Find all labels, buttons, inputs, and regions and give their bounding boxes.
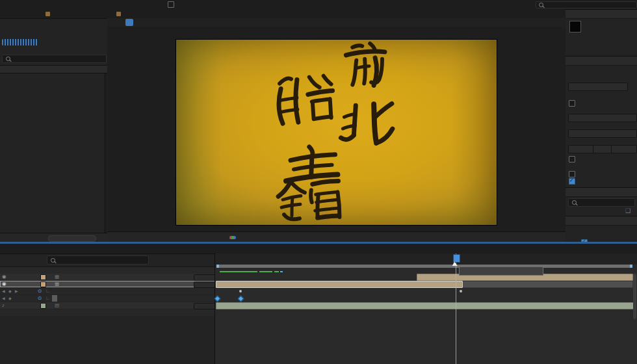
- layer-row-eagle[interactable]: ◉ ▦: [0, 274, 214, 281]
- audio-waveform-display: [216, 316, 632, 344]
- project-tabbar: [0, 9, 107, 19]
- effects-search-input[interactable]: [568, 198, 635, 207]
- timeline-track-area: [214, 254, 637, 364]
- keyframe-next-icon[interactable]: ▶: [15, 288, 18, 294]
- play-cached-checkbox[interactable]: [569, 171, 575, 177]
- cache-bar-blue: [280, 271, 283, 272]
- opacity-label[interactable]: [52, 295, 57, 302]
- project-search-input[interactable]: [2, 55, 107, 63]
- timeline-search-input[interactable]: [47, 255, 149, 265]
- effects-presets-header[interactable]: [566, 187, 637, 197]
- bgm-audio-icon[interactable]: ♪: [2, 302, 5, 309]
- snap-checkbox[interactable]: [168, 1, 177, 8]
- comp-image: [176, 39, 497, 226]
- work-area-start-handle[interactable]: [216, 265, 219, 268]
- opacity-keyframe-add-icon[interactable]: ◆: [8, 295, 12, 302]
- cache-before-checkbox[interactable]: [569, 100, 575, 107]
- effect-controls-tab-icon: [46, 12, 50, 16]
- composition-tab-icon: [116, 12, 121, 16]
- eagle-label-swatch[interactable]: [40, 274, 46, 280]
- time-ruler[interactable]: [215, 254, 637, 265]
- calligraphy-title-art: [176, 40, 495, 224]
- bgm-parent-select[interactable]: [194, 303, 216, 309]
- timeline-search-icon: [51, 258, 55, 263]
- viewer-toolbar: [107, 231, 566, 242]
- project-panel: [0, 9, 108, 242]
- playhead-tooltip: [459, 266, 543, 276]
- move-time-checkbox[interactable]: [569, 178, 575, 185]
- after-effects-window: ❑: [0, 0, 637, 364]
- show-channel-icon[interactable]: [229, 236, 236, 239]
- project-scrollbar[interactable]: [104, 73, 107, 233]
- range-select[interactable]: [568, 114, 637, 122]
- play-from-select[interactable]: [568, 129, 637, 138]
- project-search-icon: [6, 57, 10, 61]
- comp-breadcrumb: [107, 18, 566, 27]
- eagle-comp-icon: ▦: [55, 274, 59, 280]
- work-area-bar[interactable]: [216, 265, 632, 268]
- work-area-end-handle[interactable]: [630, 265, 632, 268]
- time-remap-graph-icon: ∟: [46, 288, 50, 294]
- breadcrumb-current[interactable]: [125, 19, 133, 26]
- composition-panel: [107, 9, 566, 242]
- fullscreen-checkbox[interactable]: [569, 156, 575, 162]
- opacity-stopwatch-icon[interactable]: ⊙: [38, 295, 42, 302]
- cache-bar-1: [220, 271, 257, 272]
- color-swatch: [569, 21, 581, 32]
- search-icon: [539, 3, 543, 7]
- opacity-keyframe-2[interactable]: [238, 296, 244, 302]
- opacity-keyframe-prev-icon[interactable]: ◀: [2, 295, 5, 302]
- title-comp-icon: ▦: [55, 281, 59, 287]
- project-columns-header[interactable]: [0, 65, 107, 73]
- title-label-swatch[interactable]: [40, 281, 46, 287]
- property-row-time-remap[interactable]: ◀ ◆ ▶ ⊙ ∟: [0, 288, 214, 295]
- info-panel-header[interactable]: [566, 9, 637, 19]
- preview-panel-header[interactable]: [566, 56, 637, 66]
- audio-waveform-thumbnail: [2, 39, 38, 46]
- opacity-keyframe-1[interactable]: [214, 296, 221, 302]
- top-toolbar: [0, 0, 637, 10]
- time-remap-keyframe-1[interactable]: [239, 290, 242, 292]
- bgm-label-swatch[interactable]: [40, 303, 46, 309]
- bgm-layer-bar[interactable]: [216, 302, 634, 309]
- project-footer: [0, 233, 107, 242]
- keyframe-add-icon[interactable]: ◆: [8, 288, 12, 294]
- cache-before-row[interactable]: [569, 100, 578, 107]
- time-remap-stopwatch-icon[interactable]: ⊙: [38, 288, 42, 294]
- title-eye-icon[interactable]: ◉: [2, 281, 6, 287]
- title-parent-select[interactable]: [194, 281, 216, 288]
- time-remap-keyframe-2[interactable]: [460, 290, 462, 292]
- keyframe-prev-icon[interactable]: ◀: [2, 288, 5, 294]
- title-layer-bar-outpoint[interactable]: [462, 281, 633, 288]
- eagle-eye-icon[interactable]: ◉: [2, 274, 6, 280]
- bgm-file-icon: ▤: [55, 302, 59, 309]
- move-time-row[interactable]: [569, 178, 578, 185]
- effects-search-icon: [572, 200, 577, 205]
- effects-list-icon[interactable]: ❑: [625, 207, 630, 214]
- property-row-opacity[interactable]: ◀ ◆ ⊙ ∟: [0, 295, 214, 302]
- layer-row-bgm[interactable]: ♪ ▤: [0, 302, 214, 309]
- comp-viewport[interactable]: [107, 27, 566, 231]
- snap-checkbox-box[interactable]: [168, 1, 174, 8]
- timeline-panel: ◉ ▦ ◉ ▦ ◀ ◆ ▶ ⊙: [0, 244, 637, 364]
- timeline-scrollbar[interactable]: [633, 274, 636, 319]
- resolution-select[interactable]: [611, 145, 637, 153]
- shortcut-select[interactable]: [568, 83, 628, 91]
- composition-tabbar: [107, 9, 566, 19]
- cache-bar-3: [274, 271, 279, 272]
- skip-select[interactable]: [593, 145, 612, 153]
- project-footer-pill: [48, 235, 96, 242]
- timeline-tabbar: [0, 244, 637, 254]
- cache-bar-2: [259, 271, 272, 272]
- opacity-graph-icon: ∟: [46, 295, 50, 302]
- layer-row-title[interactable]: ◉ ▦: [0, 281, 214, 288]
- frame-rate-select[interactable]: [568, 145, 594, 153]
- title-layer-bar[interactable]: [216, 281, 463, 288]
- help-search-input[interactable]: [536, 1, 637, 8]
- eagle-parent-select[interactable]: [194, 274, 216, 281]
- fullscreen-row[interactable]: [569, 156, 578, 163]
- group-row-waveform[interactable]: [0, 309, 214, 317]
- playhead-line: [456, 254, 456, 364]
- motion-sketch-header[interactable]: [566, 216, 637, 226]
- right-panel-stack: ❑: [566, 9, 637, 242]
